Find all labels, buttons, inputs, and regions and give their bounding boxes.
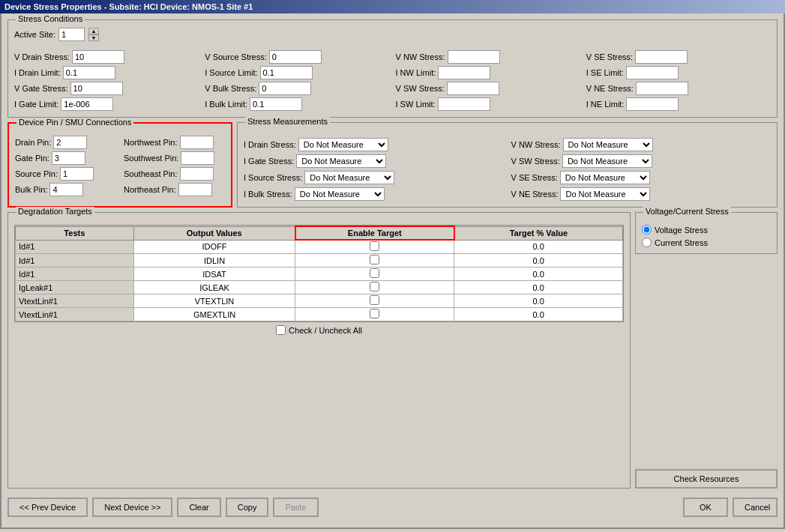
- i-nw-limit-input[interactable]: [438, 66, 490, 79]
- v-sw-stress-select[interactable]: Do Not Measure IDo Measure IDO Measure: [562, 154, 652, 168]
- v-bulk-stress-input[interactable]: [259, 82, 311, 95]
- check-uncheck-label: Check / Uncheck All: [289, 326, 362, 335]
- southwest-pin-input[interactable]: [181, 151, 214, 165]
- paste-button[interactable]: Paste: [273, 498, 318, 517]
- device-pin-label: Device Pin / SMU Connections: [16, 118, 133, 127]
- measurements-right: V NW Stress: Do Not Measure IDo Measure …: [511, 135, 772, 201]
- measurements-left: I Drain Stress: Do Not Measure IDo Measu…: [244, 135, 504, 201]
- active-site-label: Active Site:: [14, 30, 55, 39]
- i-se-limit-input[interactable]: [626, 66, 679, 79]
- v-ne-stress-input[interactable]: [636, 82, 688, 95]
- check-uncheck-all-checkbox[interactable]: [276, 325, 286, 335]
- cell-output: VTEXTLIN: [133, 294, 295, 308]
- ok-button[interactable]: OK: [683, 498, 728, 517]
- check-resources-button[interactable]: Check Resources: [635, 469, 778, 489]
- i-bulk-limit-input[interactable]: [250, 97, 302, 111]
- drain-pin-input[interactable]: [53, 136, 87, 149]
- i-ne-limit-input[interactable]: [626, 97, 679, 111]
- v-sw-stress-input[interactable]: [447, 82, 499, 95]
- field-v-bulk-stress: V Bulk Stress:: [205, 82, 389, 95]
- v-drain-stress-input[interactable]: [72, 50, 124, 64]
- field-drain-pin: Drain Pin:: [15, 136, 116, 149]
- active-site-row: Active Site: ▲ ▼: [14, 28, 771, 41]
- i-bulk-stress-select[interactable]: Do Not Measure IDo Measure IDO Measure: [295, 187, 385, 201]
- v-nw-stress-input[interactable]: [448, 50, 500, 64]
- field-v-sw-stress: V SW Stress:: [396, 82, 580, 95]
- i-gate-limit-label: I Gate Limit:: [14, 100, 58, 109]
- degradation-table: Tests Output Values Enable Target Target…: [15, 226, 623, 321]
- v-ne-stress-select[interactable]: Do Not Measure IDo Measure IDO Measure: [560, 187, 650, 201]
- cell-enable[interactable]: [295, 281, 454, 294]
- enable-checkbox[interactable]: [370, 282, 379, 291]
- v-gate-stress-label: V Gate Stress:: [14, 84, 68, 93]
- col-enable-target: Enable Target: [295, 226, 454, 240]
- northwest-pin-label: Northwest Pin:: [124, 138, 178, 147]
- i-gate-stress-select[interactable]: Do Not Measure IDo Measure IDO Measure: [296, 154, 386, 168]
- enable-checkbox[interactable]: [370, 268, 379, 278]
- field-southeast-pin: Southeast Pin:: [124, 167, 225, 181]
- southwest-pin-label: Southwest Pin:: [124, 154, 178, 163]
- enable-checkbox[interactable]: [370, 295, 379, 305]
- v-gate-stress-input[interactable]: [70, 82, 123, 95]
- current-stress-option[interactable]: Current Stress: [642, 238, 771, 247]
- spinner-up[interactable]: ▲: [88, 28, 99, 34]
- enable-checkbox[interactable]: [370, 309, 379, 318]
- table-row: VtextLin#1 GMEXTLIN 0.0: [16, 308, 623, 321]
- table-row: IgLeak#1 IGLEAK 0.0: [16, 281, 623, 294]
- active-site-input[interactable]: [58, 28, 85, 41]
- prev-device-button[interactable]: << Prev Device: [7, 498, 88, 517]
- current-stress-radio[interactable]: [642, 238, 652, 247]
- field-v-nw-stress-measure: V NW Stress: Do Not Measure IDo Measure …: [511, 138, 772, 151]
- v-sw-stress-measure-label: V SW Stress:: [511, 157, 560, 166]
- field-southwest-pin: Southwest Pin:: [124, 151, 225, 165]
- stress-measurements-label: Stress Measurements: [245, 117, 330, 126]
- i-se-limit-label: I SE Limit:: [586, 68, 624, 77]
- field-i-source-limit: I Source Limit:: [205, 66, 389, 79]
- i-drain-limit-input[interactable]: [63, 66, 115, 79]
- cell-enable[interactable]: [295, 254, 454, 267]
- v-source-stress-label: V Source Stress:: [205, 52, 267, 61]
- i-drain-stress-select[interactable]: Do Not Measure IDo Measure IDO Measure: [298, 138, 388, 151]
- cell-output: IDOFF: [133, 240, 295, 254]
- cell-enable[interactable]: [295, 267, 454, 281]
- v-se-stress-select[interactable]: Do Not Measure IDo Measure IDO Measure: [560, 171, 650, 184]
- cell-enable[interactable]: [295, 240, 454, 254]
- stress-fields-grid: V Drain Stress: V Source Stress: V NW St…: [14, 44, 771, 111]
- deg-table-wrap[interactable]: Tests Output Values Enable Target Target…: [14, 225, 624, 322]
- cell-enable[interactable]: [295, 294, 454, 308]
- field-v-nw-stress: V NW Stress:: [396, 50, 580, 64]
- clear-button[interactable]: Clear: [177, 498, 220, 517]
- northeast-pin-label: Northeast Pin:: [124, 185, 176, 194]
- voltage-stress-radio[interactable]: [642, 225, 652, 235]
- col-target-pct: Target % Value: [454, 226, 623, 240]
- v-nw-stress-select[interactable]: Do Not Measure IDo Measure IDO Measure: [563, 138, 653, 151]
- cell-target: 0.0: [454, 267, 623, 281]
- voltage-current-section: Voltage/Current Stress Voltage Stress Cu…: [635, 212, 778, 489]
- field-i-se-limit: I SE Limit:: [586, 66, 771, 79]
- i-source-limit-input[interactable]: [260, 66, 313, 79]
- i-source-limit-label: I Source Limit:: [205, 68, 257, 77]
- next-device-button[interactable]: Next Device >>: [92, 498, 172, 517]
- i-sw-limit-input[interactable]: [438, 97, 490, 111]
- i-gate-stress-measure-label: I Gate Stress:: [244, 157, 294, 166]
- southeast-pin-input[interactable]: [180, 167, 214, 181]
- field-v-se-stress-measure: V SE Stress: Do Not Measure IDo Measure …: [511, 171, 772, 184]
- bulk-pin-input[interactable]: [49, 183, 83, 196]
- enable-checkbox[interactable]: [370, 255, 379, 265]
- copy-button[interactable]: Copy: [226, 498, 269, 517]
- gate-pin-input[interactable]: [52, 151, 85, 165]
- northeast-pin-input[interactable]: [178, 183, 212, 196]
- v-se-stress-input[interactable]: [635, 50, 688, 64]
- cancel-button[interactable]: Cancel: [733, 498, 778, 517]
- source-pin-input[interactable]: [60, 167, 94, 181]
- device-pin-group: Device Pin / SMU Connections Drain Pin: …: [7, 122, 232, 208]
- active-site-spinner[interactable]: ▲ ▼: [88, 28, 99, 41]
- voltage-stress-option[interactable]: Voltage Stress: [642, 225, 771, 235]
- cell-enable[interactable]: [295, 308, 454, 321]
- spinner-down[interactable]: ▼: [88, 34, 99, 41]
- northwest-pin-input[interactable]: [180, 136, 214, 149]
- enable-checkbox[interactable]: [370, 241, 379, 251]
- i-source-stress-select[interactable]: Do Not Measure IDo Measure IDO Measure: [304, 171, 394, 184]
- v-source-stress-input[interactable]: [269, 50, 322, 64]
- i-gate-limit-input[interactable]: [61, 97, 113, 111]
